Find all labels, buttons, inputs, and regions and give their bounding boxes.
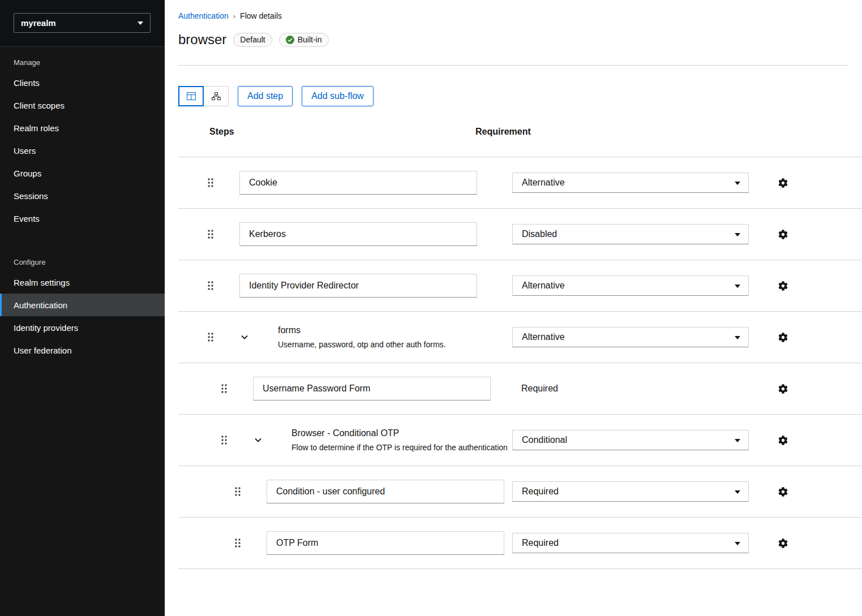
step-name: Username Password Form: [263, 384, 370, 394]
sidebar-item-client-scopes[interactable]: Client scopes: [0, 94, 165, 117]
requirement-value: Conditional: [522, 435, 567, 445]
main-content: Authentication › Flow details browser De…: [165, 0, 862, 616]
settings-gear-button[interactable]: [777, 177, 788, 188]
gear-icon: [778, 436, 788, 445]
table-row: OTP Form Required: [178, 518, 862, 569]
nav-section-manage: Manage: [0, 50, 165, 71]
table-row: Username Password Form Required: [178, 363, 862, 415]
caret-down-icon: [735, 542, 740, 545]
column-header-steps: Steps: [209, 127, 475, 137]
requirement-text: Required: [512, 384, 749, 394]
column-header-requirement: Requirement: [475, 127, 531, 137]
settings-gear-button[interactable]: [777, 331, 788, 343]
page-header: Authentication › Flow details browser De…: [165, 0, 862, 66]
toolbar: Add step Add sub-flow: [178, 86, 848, 106]
step-name: Condition - user configured: [276, 486, 385, 497]
sidebar-item-sessions[interactable]: Sessions: [0, 184, 165, 207]
flow-steps-table: Steps Requirement Cookie Alternative Ker…: [178, 106, 862, 616]
drag-handle-icon[interactable]: [207, 229, 215, 239]
flow-title: Browser - Conditional OTP: [291, 428, 508, 438]
flow-info: Browser - Conditional OTP Flow to determ…: [291, 428, 508, 452]
breadcrumb-separator-icon: ›: [233, 12, 235, 20]
step-name-box[interactable]: Kerberos: [239, 222, 477, 246]
step-name: Identity Provider Redirector: [249, 281, 359, 291]
sidebar-nav: Manage Clients Client scopes Realm roles…: [0, 47, 165, 361]
settings-gear-button[interactable]: [777, 434, 788, 446]
settings-gear-button[interactable]: [777, 486, 788, 497]
chevron-down-icon: [241, 335, 248, 339]
table-row: forms Username, password, otp and other …: [178, 312, 862, 363]
drag-handle-icon[interactable]: [220, 435, 228, 445]
breadcrumb-authentication-link[interactable]: Authentication: [178, 11, 229, 20]
table-header: Steps Requirement: [178, 106, 862, 157]
caret-down-icon: [735, 182, 740, 185]
step-name-box[interactable]: OTP Form: [267, 531, 504, 555]
diagram-view-toggle[interactable]: [203, 86, 229, 106]
collapse-toggle-button[interactable]: [239, 332, 250, 342]
realm-selector[interactable]: myrealm: [14, 13, 151, 33]
requirement-select[interactable]: Alternative: [512, 173, 749, 193]
table-row: Browser - Conditional OTP Flow to determ…: [178, 415, 862, 466]
caret-down-icon: [735, 233, 740, 236]
flow-title: forms: [278, 325, 445, 335]
sidebar-item-realm-roles[interactable]: Realm roles: [0, 117, 165, 139]
requirement-value: Alternative: [522, 332, 565, 342]
diagram-view-icon: [212, 92, 221, 100]
chevron-down-icon: [138, 21, 143, 25]
sidebar-item-user-federation[interactable]: User federation: [0, 339, 165, 361]
sidebar-item-authentication[interactable]: Authentication: [0, 294, 165, 316]
requirement-select[interactable]: Disabled: [512, 224, 749, 244]
step-name: OTP Form: [276, 538, 318, 548]
collapse-toggle-button[interactable]: [253, 435, 263, 445]
sidebar: myrealm Manage Clients Client scopes Rea…: [0, 0, 165, 616]
drag-handle-icon[interactable]: [234, 486, 242, 497]
requirement-value: Required: [522, 538, 559, 548]
drag-handle-icon[interactable]: [220, 384, 228, 394]
settings-gear-button[interactable]: [777, 383, 788, 394]
requirement-select[interactable]: Required: [512, 481, 749, 502]
sidebar-item-clients[interactable]: Clients: [0, 71, 165, 94]
drag-handle-icon[interactable]: [234, 538, 242, 548]
nav-section-configure: Configure: [0, 250, 165, 271]
requirement-select[interactable]: Conditional: [512, 430, 749, 450]
add-sub-flow-button[interactable]: Add sub-flow: [302, 86, 374, 106]
settings-gear-button[interactable]: [777, 229, 788, 240]
step-name-box[interactable]: Identity Provider Redirector: [239, 274, 477, 298]
sidebar-item-identity-providers[interactable]: Identity providers: [0, 316, 165, 339]
default-badge-label: Default: [240, 35, 265, 44]
sidebar-item-events[interactable]: Events: [0, 207, 165, 230]
step-name: Kerberos: [249, 229, 286, 239]
table-view-toggle[interactable]: [178, 86, 204, 106]
chevron-down-icon: [255, 438, 261, 442]
step-name-box[interactable]: Condition - user configured: [267, 480, 504, 503]
table-row: Kerberos Disabled: [178, 209, 862, 260]
step-name-box[interactable]: Cookie: [239, 171, 477, 195]
title-row: browser Default Built-in: [178, 32, 848, 48]
table-view-icon: [187, 92, 196, 100]
requirement-select[interactable]: Required: [512, 533, 749, 553]
flow-description: Flow to determine if the OTP is required…: [291, 443, 508, 452]
gear-icon: [778, 487, 788, 497]
step-name-box[interactable]: Username Password Form: [253, 377, 491, 400]
sidebar-item-realm-settings[interactable]: Realm settings: [0, 271, 165, 294]
requirement-value: Required: [522, 486, 559, 497]
sidebar-item-groups[interactable]: Groups: [0, 162, 165, 184]
check-circle-icon: [286, 36, 294, 44]
drag-handle-icon[interactable]: [207, 178, 215, 188]
drag-handle-icon[interactable]: [207, 281, 215, 291]
table-row: Cookie Alternative: [178, 157, 862, 209]
requirement-select[interactable]: Alternative: [512, 327, 749, 347]
caret-down-icon: [735, 285, 740, 288]
sidebar-item-users[interactable]: Users: [0, 139, 165, 162]
requirement-select[interactable]: Alternative: [512, 275, 749, 296]
settings-gear-button[interactable]: [777, 537, 788, 549]
gear-icon: [778, 539, 788, 548]
header-divider: [178, 65, 848, 66]
add-step-button[interactable]: Add step: [238, 86, 293, 106]
settings-gear-button[interactable]: [777, 280, 788, 291]
sidebar-header: myrealm: [0, 0, 165, 47]
flow-info: forms Username, password, otp and other …: [278, 325, 445, 349]
realm-name: myrealm: [21, 18, 56, 28]
caret-down-icon: [735, 336, 740, 339]
drag-handle-icon[interactable]: [207, 332, 215, 342]
